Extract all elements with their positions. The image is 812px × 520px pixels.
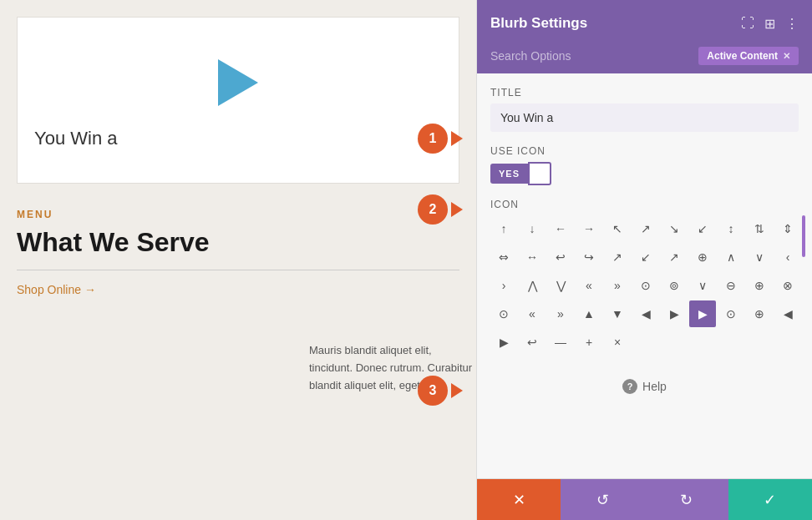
icon-cell[interactable]: ↩ [547,244,574,270]
icon-cell[interactable]: ▲ [576,300,602,327]
icon-cell[interactable]: ∨ [746,244,773,270]
icon-cell[interactable]: ∧ [718,244,744,270]
step-badge-1: 1 [418,124,448,154]
panel-header: Blurb Settings ⛶ ⊞ ⋮ [477,0,812,47]
icon-cell-selected[interactable]: ▶ [689,300,716,327]
panel-content: Title Use Icon YES Icon ↑ ↓ ← → ↖ [477,73,812,478]
step-badge-2: 2 [418,194,448,225]
icon-cell[interactable]: ⋁ [547,272,574,299]
icon-cell[interactable]: ‹ [774,244,801,270]
icon-cell[interactable]: ↘ [661,215,688,242]
icon-cell[interactable]: ← [547,215,574,242]
icon-label: Icon [490,199,799,210]
icon-cell[interactable]: ⊙ [632,272,659,299]
title-input[interactable] [490,103,799,132]
icon-cell[interactable]: ⊕ [746,300,773,327]
title-label: Title [490,87,799,98]
icon-cell[interactable]: × [604,329,631,356]
cancel-button[interactable]: ✕ [477,479,561,520]
icon-cell[interactable]: ↗ [604,244,631,270]
icon-section: Icon ↑ ↓ ← → ↖ ↗ ↘ ↙ ↕ ⇅ ⇕ ⇔ ↔ [490,199,799,356]
menu-section: MENU What We Serve Shop Online [0,184,476,297]
expand-icon[interactable]: ⛶ [741,16,754,31]
icon-cell[interactable]: ⇕ [774,215,801,242]
title-section: Title [490,87,799,132]
icon-cell[interactable]: ▶ [661,300,688,327]
menu-label: MENU [17,209,459,220]
preview-title: You Win a [34,128,117,149]
icon-cell[interactable]: ∨ [689,272,716,299]
icon-cell[interactable]: ⊙ [490,300,517,327]
left-panel: 1 You Win a 2 MENU What We Serve Shop On… [0,0,476,520]
active-content-badge[interactable]: Active Content ✕ [698,47,799,65]
more-icon[interactable]: ⋮ [785,16,799,32]
icon-cell[interactable]: « [519,300,546,327]
icon-cell[interactable]: ⇔ [490,244,517,270]
icon-cell[interactable]: » [604,272,631,299]
icon-cell[interactable]: ↪ [576,244,602,270]
icon-cell[interactable]: ◀ [774,300,801,327]
icon-cell[interactable]: ◀ [632,300,659,327]
icon-cell[interactable]: ↑ [490,215,517,242]
icon-cell[interactable]: ⊕ [746,272,773,299]
icon-cell[interactable]: ⋀ [519,272,546,299]
preview-box: You Win a [17,17,459,184]
toggle-yes: YES [490,164,528,184]
icon-cell[interactable]: ⊖ [718,272,744,299]
use-icon-section: Use Icon YES [490,145,799,185]
shop-link[interactable]: Shop Online [17,283,96,296]
icon-cell[interactable]: ↓ [519,215,546,242]
icon-cell[interactable]: ⊗ [774,272,801,299]
icon-cell[interactable]: ↗ [661,244,688,270]
help-label[interactable]: Help [642,380,667,393]
use-icon-label: Use Icon [490,145,799,157]
icon-cell[interactable]: ⊕ [689,244,716,270]
help-row: ? Help [490,369,799,397]
icon-cell[interactable]: ⇅ [746,215,773,242]
divider [17,270,459,270]
play-icon [218,59,258,106]
toggle-box[interactable] [528,162,551,185]
icon-cell[interactable]: ⊚ [661,272,688,299]
step-badge-3: 3 [418,376,448,406]
redo-button[interactable]: ↻ [645,479,728,520]
icon-grid: ↑ ↓ ← → ↖ ↗ ↘ ↙ ↕ ⇅ ⇕ ⇔ ↔ ↩ ↪ ↗ [490,215,799,356]
icon-cell[interactable]: « [576,272,602,299]
icon-cell[interactable]: + [576,329,602,356]
icon-cell[interactable]: › [490,272,517,299]
right-panel: Blurb Settings ⛶ ⊞ ⋮ Active Content ✕ Ti… [476,0,812,520]
icon-cell[interactable]: » [547,300,574,327]
icon-cell[interactable]: ↩ [519,329,546,356]
scroll-indicator [802,215,805,257]
icon-cell[interactable]: ↙ [689,215,716,242]
icon-cell[interactable]: ⊙ [718,300,744,327]
icon-cell[interactable]: ▼ [604,300,631,327]
panel-footer: ✕ ↺ ↻ ✓ [477,478,812,520]
active-badge-close[interactable]: ✕ [783,51,790,62]
menu-title: What We Serve [17,227,459,258]
icon-cell[interactable]: ↕ [718,215,744,242]
icon-cell[interactable]: ▶ [490,329,517,356]
search-bar: Active Content ✕ [477,47,812,73]
icon-cell[interactable]: ↙ [632,244,659,270]
icon-cell[interactable]: → [576,215,602,242]
header-icons: ⛶ ⊞ ⋮ [741,16,799,32]
icon-cell[interactable]: — [547,329,574,356]
icon-cell[interactable]: ↗ [632,215,659,242]
search-input[interactable] [490,49,690,63]
layout-icon[interactable]: ⊞ [764,16,775,32]
use-icon-toggle[interactable]: YES [490,162,799,185]
icon-cell[interactable]: ↔ [519,244,546,270]
icon-cell[interactable]: ↖ [604,215,631,242]
reset-button[interactable]: ↺ [561,479,644,520]
help-icon: ? [622,379,637,394]
panel-title: Blurb Settings [490,15,587,32]
save-button[interactable]: ✓ [728,479,812,520]
